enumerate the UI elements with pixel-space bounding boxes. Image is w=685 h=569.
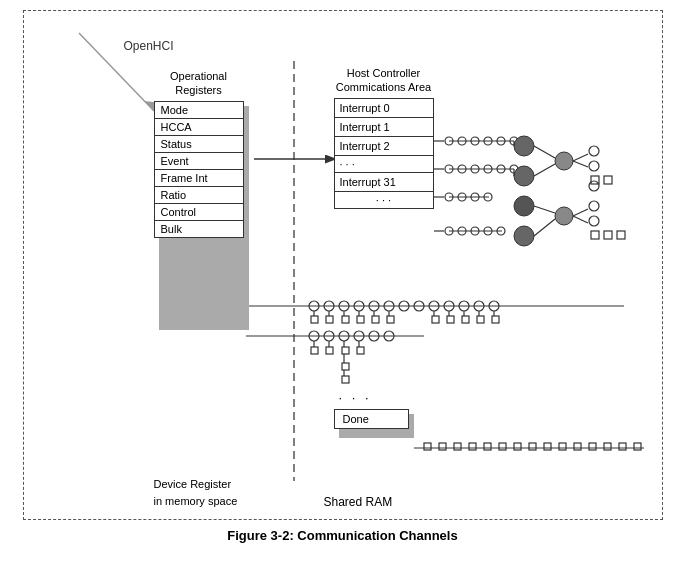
table-row: Event [154, 152, 243, 169]
svg-rect-105 [357, 347, 364, 354]
svg-line-52 [573, 154, 588, 161]
diagram-container: Device Enumeration OpenHCI [23, 10, 663, 520]
svg-point-19 [510, 165, 518, 173]
done-section: · · · Done [334, 390, 409, 429]
shared-ram-label: Shared RAM [324, 495, 393, 509]
svg-rect-121 [514, 443, 521, 450]
svg-rect-125 [574, 443, 581, 450]
svg-rect-106 [342, 363, 349, 370]
svg-point-9 [484, 137, 492, 145]
svg-line-54 [573, 209, 588, 216]
svg-point-68 [414, 301, 424, 311]
svg-rect-128 [619, 443, 626, 450]
hcca-box: Interrupt 0 Interrupt 1 Interrupt 2 · · … [334, 98, 434, 209]
hcca-row-int0: Interrupt 0 [335, 99, 433, 118]
registers-table: Mode HCCA Status Event Frame Int [154, 101, 244, 238]
svg-rect-127 [604, 443, 611, 450]
done-dots: · · · [334, 390, 409, 405]
svg-rect-123 [544, 443, 551, 450]
svg-rect-117 [454, 443, 461, 450]
register-mode: Mode [154, 101, 243, 118]
svg-rect-124 [559, 443, 566, 450]
svg-point-100 [369, 331, 379, 341]
svg-point-63 [339, 301, 349, 311]
svg-point-17 [484, 165, 492, 173]
svg-point-98 [339, 331, 349, 341]
svg-point-44 [555, 207, 573, 225]
svg-point-15 [458, 165, 466, 173]
svg-point-41 [555, 152, 573, 170]
svg-point-11 [510, 137, 518, 145]
svg-line-42 [534, 146, 555, 158]
op-registers-title: OperationalRegisters [154, 69, 244, 98]
svg-rect-129 [634, 443, 641, 450]
openhci-label: OpenHCI [124, 39, 174, 53]
svg-rect-116 [439, 443, 446, 450]
svg-rect-56 [591, 176, 599, 184]
svg-point-29 [458, 227, 466, 235]
svg-point-14 [445, 165, 453, 173]
svg-rect-58 [591, 231, 599, 239]
svg-point-16 [471, 165, 479, 173]
table-row: HCCA [154, 118, 243, 135]
hcca-row-dots2: · · · [335, 192, 433, 208]
svg-point-72 [474, 301, 484, 311]
table-row: Mode [154, 101, 243, 118]
table-row: Bulk [154, 220, 243, 237]
svg-point-71 [459, 301, 469, 311]
register-control: Control [154, 203, 243, 220]
svg-rect-78 [372, 316, 379, 323]
svg-point-8 [471, 137, 479, 145]
svg-rect-115 [424, 443, 431, 450]
svg-point-28 [445, 227, 453, 235]
hcca-row-dots1: · · · [335, 156, 433, 173]
svg-rect-84 [492, 316, 499, 323]
table-row: Status [154, 135, 243, 152]
svg-rect-75 [326, 316, 333, 323]
done-label: Done [334, 409, 409, 429]
svg-rect-118 [469, 443, 476, 450]
hcca-title: Host ControllerCommications Area [334, 66, 434, 95]
register-event: Event [154, 152, 243, 169]
svg-point-37 [514, 196, 534, 216]
svg-point-65 [369, 301, 379, 311]
svg-point-51 [589, 216, 599, 226]
svg-rect-104 [342, 347, 349, 354]
table-row: Ratio [154, 186, 243, 203]
svg-rect-120 [499, 443, 506, 450]
svg-rect-83 [477, 316, 484, 323]
svg-point-96 [309, 331, 319, 341]
svg-point-7 [458, 137, 466, 145]
svg-point-30 [471, 227, 479, 235]
svg-rect-119 [484, 443, 491, 450]
hcca-row-int2: Interrupt 2 [335, 137, 433, 156]
svg-point-99 [354, 331, 364, 341]
svg-line-43 [534, 164, 555, 176]
register-bulk: Bulk [154, 220, 243, 237]
svg-point-48 [589, 161, 599, 171]
svg-rect-60 [617, 231, 625, 239]
hcca-row-int1: Interrupt 1 [335, 118, 433, 137]
svg-point-25 [484, 193, 492, 201]
svg-point-18 [497, 165, 505, 173]
svg-rect-79 [387, 316, 394, 323]
svg-line-53 [573, 161, 588, 167]
svg-point-32 [497, 227, 505, 235]
svg-rect-80 [432, 316, 439, 323]
device-enum-label: Device Enumeration [26, 0, 125, 1]
register-ratio: Ratio [154, 186, 243, 203]
svg-point-24 [471, 193, 479, 201]
svg-point-64 [354, 301, 364, 311]
svg-rect-57 [604, 176, 612, 184]
svg-point-10 [497, 137, 505, 145]
svg-rect-126 [589, 443, 596, 450]
svg-point-38 [514, 226, 534, 246]
svg-line-45 [534, 206, 555, 213]
svg-rect-108 [342, 376, 349, 383]
svg-point-22 [445, 193, 453, 201]
svg-point-67 [399, 301, 409, 311]
register-status: Status [154, 135, 243, 152]
hcca-row-int31: Interrupt 31 [335, 173, 433, 192]
table-row: Frame Int [154, 169, 243, 186]
svg-point-73 [489, 301, 499, 311]
